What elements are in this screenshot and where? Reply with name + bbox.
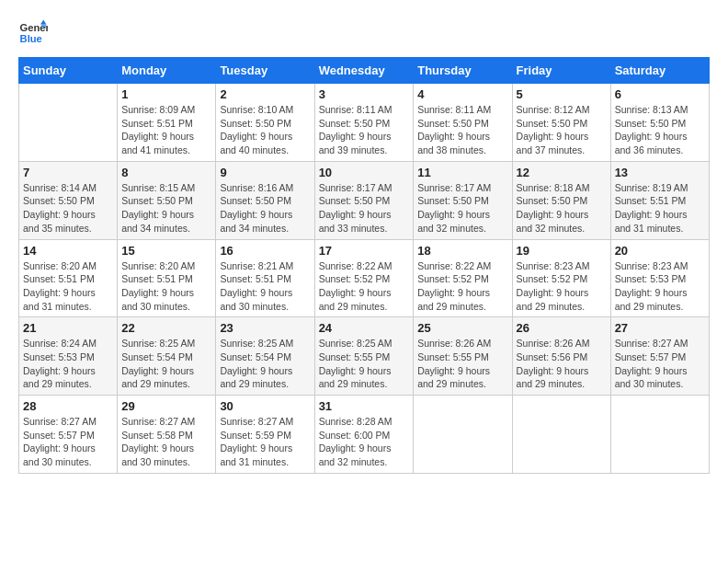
cell-4-2: 30Sunrise: 8:27 AMSunset: 5:59 PMDayligh… xyxy=(216,396,314,474)
day-number: 22 xyxy=(121,321,211,335)
day-info: Sunrise: 8:20 AMSunset: 5:51 PMDaylight:… xyxy=(121,259,211,314)
cell-1-1: 8Sunrise: 8:15 AMSunset: 5:50 PMDaylight… xyxy=(118,161,216,239)
calendar-table: SundayMondayTuesdayWednesdayThursdayFrid… xyxy=(18,57,710,474)
day-info: Sunrise: 8:18 AMSunset: 5:50 PMDaylight:… xyxy=(517,181,607,236)
cell-3-0: 21Sunrise: 8:24 AMSunset: 5:53 PMDayligh… xyxy=(19,317,118,396)
week-row-3: 14Sunrise: 8:20 AMSunset: 5:51 PMDayligh… xyxy=(19,239,710,317)
cell-0-1: 1Sunrise: 8:09 AMSunset: 5:51 PMDaylight… xyxy=(118,84,216,162)
day-number: 7 xyxy=(23,166,113,179)
day-number: 16 xyxy=(220,244,310,258)
day-info: Sunrise: 8:26 AMSunset: 5:55 PMDaylight:… xyxy=(417,337,507,391)
day-number: 23 xyxy=(220,321,310,335)
day-info: Sunrise: 8:11 AMSunset: 5:50 PMDaylight:… xyxy=(417,103,507,157)
cell-4-3: 31Sunrise: 8:28 AMSunset: 6:00 PMDayligh… xyxy=(314,396,414,474)
day-number: 27 xyxy=(615,321,705,335)
day-number: 28 xyxy=(23,399,113,413)
col-header-saturday: Saturday xyxy=(610,58,709,84)
cell-0-3: 3Sunrise: 8:11 AMSunset: 5:50 PMDaylight… xyxy=(314,84,414,162)
cell-0-2: 2Sunrise: 8:10 AMSunset: 5:50 PMDaylight… xyxy=(216,84,314,162)
day-info: Sunrise: 8:27 AMSunset: 5:59 PMDaylight:… xyxy=(220,415,310,469)
day-info: Sunrise: 8:12 AMSunset: 5:50 PMDaylight:… xyxy=(517,103,607,157)
cell-2-5: 19Sunrise: 8:23 AMSunset: 5:52 PMDayligh… xyxy=(512,239,610,317)
day-info: Sunrise: 8:25 AMSunset: 5:55 PMDaylight:… xyxy=(319,337,410,391)
day-info: Sunrise: 8:15 AMSunset: 5:50 PMDaylight:… xyxy=(121,181,211,236)
cell-4-0: 28Sunrise: 8:27 AMSunset: 5:57 PMDayligh… xyxy=(19,396,118,474)
day-number: 21 xyxy=(23,321,113,335)
cell-0-4: 4Sunrise: 8:11 AMSunset: 5:50 PMDaylight… xyxy=(414,84,512,162)
col-header-sunday: Sunday xyxy=(19,58,118,84)
day-number: 19 xyxy=(517,244,607,258)
logo-icon: General Blue xyxy=(18,18,48,48)
cell-1-4: 11Sunrise: 8:17 AMSunset: 5:50 PMDayligh… xyxy=(414,161,512,239)
day-number: 24 xyxy=(319,321,410,335)
day-info: Sunrise: 8:27 AMSunset: 5:57 PMDaylight:… xyxy=(615,337,705,391)
col-header-wednesday: Wednesday xyxy=(314,58,414,84)
day-number: 1 xyxy=(121,87,211,101)
day-number: 12 xyxy=(517,166,607,179)
cell-2-2: 16Sunrise: 8:21 AMSunset: 5:51 PMDayligh… xyxy=(216,239,314,317)
calendar-body: 1Sunrise: 8:09 AMSunset: 5:51 PMDaylight… xyxy=(19,84,710,474)
day-info: Sunrise: 8:22 AMSunset: 5:52 PMDaylight:… xyxy=(417,259,507,314)
cell-3-5: 26Sunrise: 8:26 AMSunset: 5:56 PMDayligh… xyxy=(512,317,610,396)
page-header: General Blue xyxy=(18,18,710,48)
day-info: Sunrise: 8:27 AMSunset: 5:58 PMDaylight:… xyxy=(121,415,211,469)
day-number: 30 xyxy=(220,399,310,413)
day-info: Sunrise: 8:25 AMSunset: 5:54 PMDaylight:… xyxy=(220,337,310,391)
cell-3-2: 23Sunrise: 8:25 AMSunset: 5:54 PMDayligh… xyxy=(216,317,314,396)
cell-2-4: 18Sunrise: 8:22 AMSunset: 5:52 PMDayligh… xyxy=(414,239,512,317)
day-number: 5 xyxy=(517,87,607,101)
day-info: Sunrise: 8:14 AMSunset: 5:50 PMDaylight:… xyxy=(23,181,113,236)
col-header-tuesday: Tuesday xyxy=(216,58,314,84)
day-number: 10 xyxy=(319,166,410,179)
day-info: Sunrise: 8:17 AMSunset: 5:50 PMDaylight:… xyxy=(319,181,410,236)
day-number: 29 xyxy=(121,399,211,413)
col-header-thursday: Thursday xyxy=(414,58,512,84)
day-info: Sunrise: 8:16 AMSunset: 5:50 PMDaylight:… xyxy=(220,181,310,236)
calendar-header: SundayMondayTuesdayWednesdayThursdayFrid… xyxy=(19,58,710,84)
week-row-2: 7Sunrise: 8:14 AMSunset: 5:50 PMDaylight… xyxy=(19,161,710,239)
cell-4-1: 29Sunrise: 8:27 AMSunset: 5:58 PMDayligh… xyxy=(118,396,216,474)
week-row-1: 1Sunrise: 8:09 AMSunset: 5:51 PMDaylight… xyxy=(19,84,710,162)
cell-4-6 xyxy=(610,396,709,474)
day-number: 2 xyxy=(220,87,310,101)
col-header-friday: Friday xyxy=(512,58,610,84)
svg-text:Blue: Blue xyxy=(20,33,42,44)
cell-0-5: 5Sunrise: 8:12 AMSunset: 5:50 PMDaylight… xyxy=(512,84,610,162)
day-info: Sunrise: 8:20 AMSunset: 5:51 PMDaylight:… xyxy=(23,259,113,314)
cell-4-5 xyxy=(512,396,610,474)
cell-3-6: 27Sunrise: 8:27 AMSunset: 5:57 PMDayligh… xyxy=(610,317,709,396)
day-info: Sunrise: 8:25 AMSunset: 5:54 PMDaylight:… xyxy=(121,337,211,391)
header-row: SundayMondayTuesdayWednesdayThursdayFrid… xyxy=(19,58,710,84)
cell-1-2: 9Sunrise: 8:16 AMSunset: 5:50 PMDaylight… xyxy=(216,161,314,239)
day-info: Sunrise: 8:23 AMSunset: 5:52 PMDaylight:… xyxy=(517,259,607,314)
day-number: 9 xyxy=(220,166,310,179)
day-info: Sunrise: 8:27 AMSunset: 5:57 PMDaylight:… xyxy=(23,415,113,469)
day-number: 25 xyxy=(417,321,507,335)
day-number: 14 xyxy=(23,244,113,258)
day-info: Sunrise: 8:19 AMSunset: 5:51 PMDaylight:… xyxy=(615,181,705,236)
day-info: Sunrise: 8:11 AMSunset: 5:50 PMDaylight:… xyxy=(319,103,410,157)
cell-1-0: 7Sunrise: 8:14 AMSunset: 5:50 PMDaylight… xyxy=(19,161,118,239)
week-row-4: 21Sunrise: 8:24 AMSunset: 5:53 PMDayligh… xyxy=(19,317,710,396)
cell-3-1: 22Sunrise: 8:25 AMSunset: 5:54 PMDayligh… xyxy=(118,317,216,396)
day-info: Sunrise: 8:13 AMSunset: 5:50 PMDaylight:… xyxy=(615,103,705,157)
day-number: 8 xyxy=(121,166,211,179)
cell-2-3: 17Sunrise: 8:22 AMSunset: 5:52 PMDayligh… xyxy=(314,239,414,317)
cell-3-3: 24Sunrise: 8:25 AMSunset: 5:55 PMDayligh… xyxy=(314,317,414,396)
week-row-5: 28Sunrise: 8:27 AMSunset: 5:57 PMDayligh… xyxy=(19,396,710,474)
cell-4-4 xyxy=(414,396,512,474)
day-info: Sunrise: 8:21 AMSunset: 5:51 PMDaylight:… xyxy=(220,259,310,314)
day-number: 13 xyxy=(615,166,705,179)
day-info: Sunrise: 8:22 AMSunset: 5:52 PMDaylight:… xyxy=(319,259,410,314)
cell-1-6: 13Sunrise: 8:19 AMSunset: 5:51 PMDayligh… xyxy=(610,161,709,239)
cell-0-6: 6Sunrise: 8:13 AMSunset: 5:50 PMDaylight… xyxy=(610,84,709,162)
day-info: Sunrise: 8:23 AMSunset: 5:53 PMDaylight:… xyxy=(615,259,705,314)
cell-1-5: 12Sunrise: 8:18 AMSunset: 5:50 PMDayligh… xyxy=(512,161,610,239)
day-number: 3 xyxy=(319,87,410,101)
day-info: Sunrise: 8:10 AMSunset: 5:50 PMDaylight:… xyxy=(220,103,310,157)
day-info: Sunrise: 8:24 AMSunset: 5:53 PMDaylight:… xyxy=(23,337,113,391)
cell-2-1: 15Sunrise: 8:20 AMSunset: 5:51 PMDayligh… xyxy=(118,239,216,317)
day-number: 18 xyxy=(417,244,507,258)
cell-1-3: 10Sunrise: 8:17 AMSunset: 5:50 PMDayligh… xyxy=(314,161,414,239)
cell-0-0 xyxy=(19,84,118,162)
